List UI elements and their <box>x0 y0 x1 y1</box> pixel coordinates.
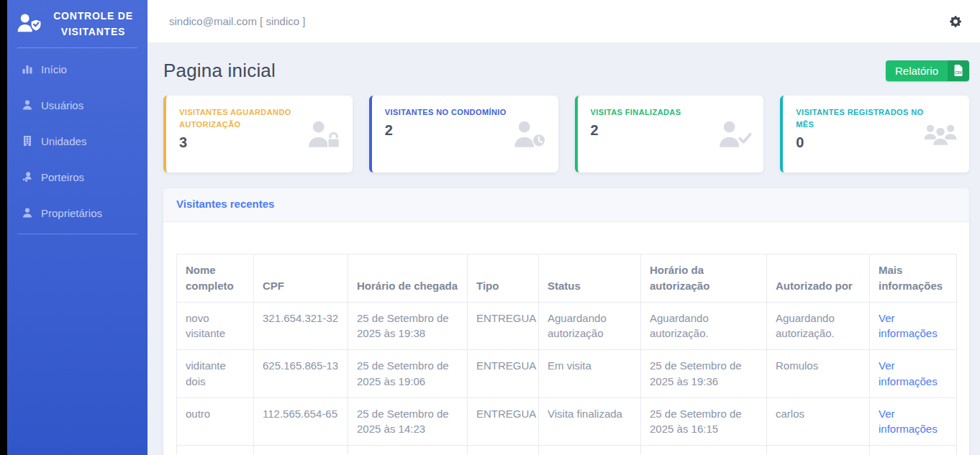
ver-informacoes-link[interactable]: Ver informações <box>879 312 938 340</box>
main-area: sindico@mail.com [ sindico ] Pagina inic… <box>148 0 980 455</box>
user-account-label: sindico@mail.com [ sindico ] <box>169 15 305 27</box>
recent-visitors-title: Visitantes recentes <box>163 188 969 222</box>
stat-card-finalizadas: VISITAS FINALIZADAS 2 <box>575 96 764 173</box>
cell-autorizacao: 25 de Setembro de 2025 às 16:15 <box>641 397 767 446</box>
stat-card-no-condominio: VISITANTES NO CONDOMÍNIO 2 <box>369 96 558 173</box>
table-row: outro 112.565.654-65 25 de Setembro de 2… <box>177 397 957 446</box>
cell-autorizado-por: Aguardando autorização. <box>767 446 870 455</box>
table-row: viditante dois 625.165.865-13 25 de Sete… <box>177 350 957 398</box>
sidebar-divider <box>17 234 137 234</box>
cell-mais-info: Ver informações <box>870 446 957 455</box>
col-autorizado-por: Autorizado por <box>767 254 870 303</box>
sidebar-item-inicio[interactable]: Início <box>7 51 148 87</box>
recent-visitors-card: Visitantes recentes Nome completo CPF Ho… <box>163 188 969 455</box>
report-button[interactable]: Relatório CSV <box>886 60 969 81</box>
page-header: Pagina inicial Relatório CSV <box>163 55 969 86</box>
cell-chegada: 25 de Setembro de 2025 às 19:38 <box>348 302 468 350</box>
sidebar-item-usuarios[interactable]: Usuários <box>7 87 148 123</box>
col-tipo: Tipo <box>468 254 539 303</box>
col-horario-autorizacao: Horário da autorização <box>641 254 767 303</box>
user-check-icon <box>717 120 752 149</box>
table-row: novo visitante 321.654.321-32 25 de Sete… <box>177 302 957 350</box>
table-header-row: Nome completo CPF Horário de chegada Tip… <box>177 254 957 303</box>
cell-autorizado-por: Romulos <box>767 350 870 398</box>
bar-chart-icon <box>22 63 33 75</box>
cell-chegada: 25 de Setembro de 2025 às 19:06 <box>348 350 468 398</box>
brand-link[interactable]: CONTROLE DE VISITANTES <box>7 0 148 47</box>
cell-cpf: 625.165.865-13 <box>254 350 348 398</box>
visitor-control-logo-icon <box>16 12 42 35</box>
cell-autorizado-por: carlos <box>767 397 870 446</box>
owner-icon <box>22 207 33 219</box>
col-mais-informacoes: Mais informações <box>870 254 957 303</box>
sidebar-item-label: Porteiros <box>41 171 84 183</box>
col-horario-chegada: Horário de chegada <box>348 254 468 303</box>
stat-card-registrados-no-mes: VISITANTES REGISTRADOS NO MÊS 0 <box>780 96 969 173</box>
sidebar-item-label: Início <box>41 63 67 75</box>
stat-cards-row: VISITANTES AGUARDANDO AUTORIZAÇÃO 3 VISI… <box>163 96 969 173</box>
page-content: Pagina inicial Relatório CSV VISITANTES <box>148 43 980 455</box>
stat-label: VISITANTES AGUARDANDO AUTORIZAÇÃO <box>179 106 327 131</box>
cell-mais-info: Ver informações <box>870 302 957 350</box>
page-title: Pagina inicial <box>163 60 276 82</box>
stat-card-aguardando-autorizacao: VISITANTES AGUARDANDO AUTORIZAÇÃO 3 <box>163 96 353 173</box>
sidebar-item-label: Usuários <box>41 99 83 111</box>
cell-nome: viditante dois <box>177 350 254 398</box>
app-window: CONTROLE DE VISITANTES Início Usuários <box>0 0 980 455</box>
visitors-table: Nome completo CPF Horário de chegada Tip… <box>176 254 957 455</box>
cell-chegada: 25 de Setembro de 2025 às 14:23 <box>348 397 468 446</box>
file-csv-icon: CSV <box>948 60 969 81</box>
cell-autorizacao: Aguardando autorização. <box>641 446 767 455</box>
cell-status: Em visita <box>539 350 641 398</box>
stat-label: VISITAS FINALIZADAS <box>591 106 738 119</box>
cell-autorizacao: 25 de Setembro de 2025 às 19:36 <box>641 350 767 398</box>
cell-status: Aguardando autorização <box>539 302 641 350</box>
cell-autorizado-por: Aguardando autorização. <box>767 302 870 350</box>
left-edge-strip <box>0 0 7 455</box>
sidebar-item-unidades[interactable]: Unidades <box>7 123 148 159</box>
cell-tipo: ENTREGUA <box>468 350 539 398</box>
cell-autorizacao: Aguardando autorização. <box>641 302 767 350</box>
cell-tipo: TECNICA <box>468 446 539 455</box>
gear-icon <box>950 16 961 27</box>
report-button-label: Relatório <box>886 60 948 81</box>
cell-nome: visitatante 5 <box>177 446 254 455</box>
cell-cpf: 321.654.321-32 <box>254 302 348 350</box>
sidebar-nav: Início Usuários Unidades Porteiros <box>7 48 148 234</box>
table-row: visitatante 5 111.222.333-55 25 de Setem… <box>177 446 957 455</box>
cell-nome: outro <box>177 397 254 446</box>
cell-cpf: 111.222.333-55 <box>254 446 348 455</box>
table-wrapper: Nome completo CPF Horário de chegada Tip… <box>163 222 969 455</box>
user-icon <box>22 99 33 111</box>
ver-informacoes-link[interactable]: Ver informações <box>879 359 938 387</box>
doorman-icon <box>22 171 33 183</box>
stat-label: VISITANTES NO CONDOMÍNIO <box>385 106 532 119</box>
sidebar: CONTROLE DE VISITANTES Início Usuários <box>7 0 148 455</box>
cell-status: Aguardando autorização <box>539 446 641 455</box>
col-cpf: CPF <box>254 254 348 303</box>
sidebar-item-label: Proprietários <box>41 207 102 219</box>
ver-informacoes-link[interactable]: Ver informações <box>879 408 938 436</box>
building-icon <box>22 135 33 147</box>
cell-nome: novo visitante <box>177 302 254 350</box>
sidebar-item-proprietarios[interactable]: Proprietários <box>7 195 148 231</box>
cell-tipo: ENTREGUA <box>468 302 539 350</box>
stat-label: VISITANTES REGISTRADOS NO MÊS <box>796 106 943 131</box>
cell-mais-info: Ver informações <box>870 350 957 398</box>
settings-button[interactable] <box>948 14 963 29</box>
cell-mais-info: Ver informações <box>870 397 957 446</box>
sidebar-item-porteiros[interactable]: Porteiros <box>7 159 148 195</box>
topbar: sindico@mail.com [ sindico ] <box>148 0 980 43</box>
cell-cpf: 112.565.654-65 <box>254 397 348 446</box>
col-status: Status <box>539 254 641 303</box>
cell-status: Visita finalizada <box>539 397 641 446</box>
users-group-icon <box>923 120 958 149</box>
col-nome-completo: Nome completo <box>177 254 254 303</box>
brand-title: CONTROLE DE VISITANTES <box>47 8 139 40</box>
cell-tipo: ENTREGUA <box>468 397 539 446</box>
user-lock-icon <box>307 120 341 149</box>
svg-text:CSV: CSV <box>955 71 962 75</box>
user-clock-icon <box>512 120 547 149</box>
cell-chegada: 25 de Setembro de <box>348 446 468 455</box>
sidebar-item-label: Unidades <box>41 135 86 147</box>
